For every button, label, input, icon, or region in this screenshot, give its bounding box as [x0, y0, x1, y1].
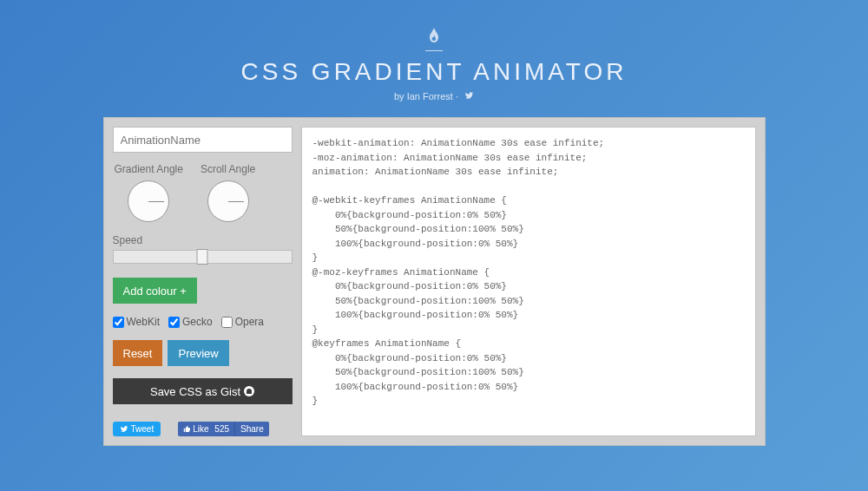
- speed-label: Speed: [113, 234, 293, 246]
- fb-like-button[interactable]: Like 525: [178, 422, 234, 436]
- page-title: CSS GRADIENT ANIMATOR: [0, 58, 868, 86]
- reset-button[interactable]: Reset: [113, 340, 163, 366]
- github-icon: [244, 386, 254, 396]
- main-panel: Gradient Angle Scroll Angle Speed Add co…: [103, 117, 766, 446]
- gecko-checkbox-label[interactable]: Gecko: [168, 316, 213, 328]
- fb-share-button[interactable]: Share: [234, 422, 269, 436]
- animation-name-input[interactable]: [113, 127, 293, 153]
- webkit-checkbox[interactable]: [113, 317, 124, 328]
- flame-icon: [425, 26, 443, 51]
- gradient-angle-dial[interactable]: [128, 180, 169, 222]
- controls-sidebar: Gradient Angle Scroll Angle Speed Add co…: [113, 127, 293, 436]
- save-gist-button[interactable]: Save CSS as Gist: [113, 378, 293, 404]
- tweet-button[interactable]: Tweet: [113, 422, 161, 436]
- opera-checkbox[interactable]: [221, 317, 233, 328]
- gradient-angle-label: Gradient Angle: [115, 163, 183, 175]
- webkit-checkbox-label[interactable]: WebKit: [113, 316, 160, 328]
- twitter-icon[interactable]: [464, 91, 474, 101]
- speed-slider[interactable]: [113, 250, 293, 264]
- speed-slider-thumb[interactable]: [197, 249, 208, 265]
- scroll-angle-label: Scroll Angle: [201, 163, 255, 175]
- opera-checkbox-label[interactable]: Opera: [221, 316, 264, 328]
- add-colour-button[interactable]: Add colour +: [113, 278, 197, 304]
- author-link[interactable]: Ian Forrest: [407, 91, 453, 101]
- preview-button[interactable]: Preview: [168, 340, 228, 366]
- byline: by Ian Forrest ·: [0, 91, 868, 101]
- gecko-checkbox[interactable]: [168, 317, 180, 328]
- code-output[interactable]: -webkit-animation: AnimationName 30s eas…: [301, 127, 756, 436]
- scroll-angle-dial[interactable]: [207, 180, 249, 222]
